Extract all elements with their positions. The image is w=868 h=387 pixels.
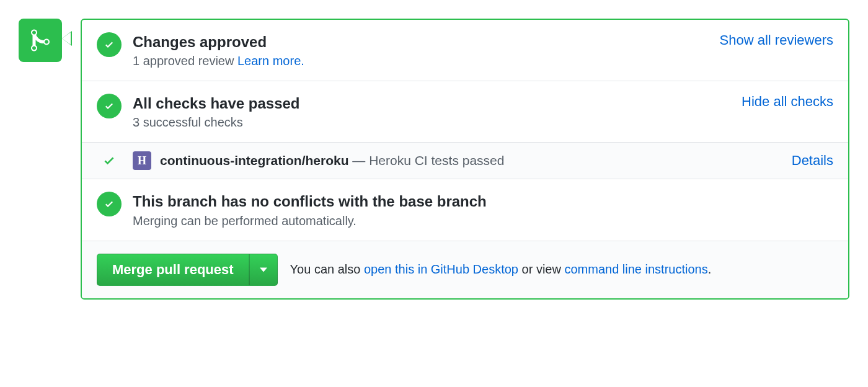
hide-checks-link[interactable]: Hide all checks [742,94,833,110]
checks-subtitle: 3 successful checks [133,115,732,130]
conflicts-subtitle: Merging can be performed automatically. [133,214,833,228]
merge-footer: Merge pull request You can also open thi… [82,241,848,298]
check-circle-icon [97,32,122,57]
checks-section: All checks have passed 3 successful chec… [82,81,848,143]
cli-instructions-link[interactable]: command line instructions [564,262,707,276]
learn-more-link[interactable]: Learn more. [237,54,304,68]
approved-section: Changes approved 1 approved review Learn… [82,20,848,81]
heroku-icon: H [133,151,151,170]
approved-body: Changes approved 1 approved review Learn… [133,32,710,68]
check-circle-icon [97,94,122,118]
check-description: Heroku CI tests passed [369,153,504,167]
footer-text: You can also open this in GitHub Desktop… [290,262,712,277]
git-merge-icon [19,19,62,62]
approved-title: Changes approved [133,32,710,51]
check-text: continuous-integration/heroku — Heroku C… [160,153,504,168]
footer-mid: or view [518,262,564,276]
open-desktop-link[interactable]: open this in GitHub Desktop [364,262,518,276]
merge-button-group: Merge pull request [97,254,278,286]
check-item-row: H continuous-integration/heroku — Heroku… [82,143,848,179]
footer-suffix: . [708,262,712,276]
checks-title: All checks have passed [133,94,732,113]
merge-panel: Changes approved 1 approved review Learn… [81,19,849,300]
show-reviewers-link[interactable]: Show all reviewers [720,32,833,48]
check-separator: — [349,153,370,167]
merge-status-container: Changes approved 1 approved review Learn… [19,19,849,300]
conflicts-title: This branch has no conflicts with the ba… [133,192,833,211]
merge-dropdown-button[interactable] [249,254,278,286]
check-circle-icon [97,192,122,216]
caret-down-icon [260,267,267,272]
footer-prefix: You can also [290,262,364,276]
conflicts-body: This branch has no conflicts with the ba… [133,192,833,228]
approved-subtitle: 1 approved review Learn more. [133,54,710,68]
check-details-link[interactable]: Details [792,153,833,169]
approved-count-text: 1 approved review [133,54,237,68]
check-name: continuous-integration/heroku [160,153,349,167]
checks-body: All checks have passed 3 successful chec… [133,94,732,130]
merge-button[interactable]: Merge pull request [97,254,249,286]
conflicts-section: This branch has no conflicts with the ba… [82,179,848,241]
check-icon [97,154,122,167]
